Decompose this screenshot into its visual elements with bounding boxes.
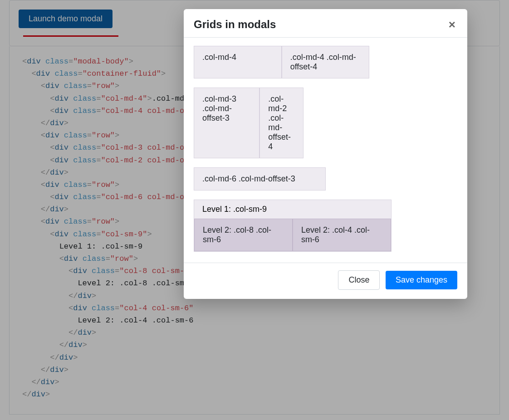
grid-cell: .col-md-2 .col-md-offset-4 <box>259 88 303 158</box>
grid-cell: Level 2: .col-4 .col-sm-6 <box>293 219 391 251</box>
grid-row-1: .col-md-4 .col-md-4 .col-md-offset-4 <box>194 46 457 78</box>
modal-header: Grids in modals × <box>184 9 467 38</box>
grid-cell: .col-md-4 .col-md-offset-4 <box>282 46 370 78</box>
grid-row-3: .col-md-6 .col-md-offset-3 <box>194 167 457 190</box>
grid-cell: .col-md-3 .col-md-offset-3 <box>194 88 259 158</box>
close-button[interactable]: Close <box>338 270 380 290</box>
modal-footer: Close Save changes <box>184 263 467 299</box>
save-changes-button[interactable]: Save changes <box>386 271 457 289</box>
grid-cell: .col-md-4 <box>194 46 282 78</box>
grid-cell: Level 2: .col-8 .col-sm-6 <box>194 219 293 251</box>
modal-dialog: Grids in modals × .col-md-4 .col-md-4 .c… <box>184 9 467 299</box>
modal-title: Grids in modals <box>194 18 276 31</box>
nested-grid-header: Level 1: .col-sm-9 <box>194 200 391 219</box>
grid-row-2: .col-md-3 .col-md-offset-3 .col-md-2 .co… <box>194 88 457 158</box>
modal-body: .col-md-4 .col-md-4 .col-md-offset-4 .co… <box>184 38 467 263</box>
close-icon[interactable]: × <box>447 19 457 30</box>
grid-cell: .col-md-6 .col-md-offset-3 <box>194 167 326 190</box>
grid-row-4: Level 1: .col-sm-9 Level 2: .col-8 .col-… <box>194 200 457 252</box>
nested-grid: Level 1: .col-sm-9 Level 2: .col-8 .col-… <box>194 200 392 252</box>
